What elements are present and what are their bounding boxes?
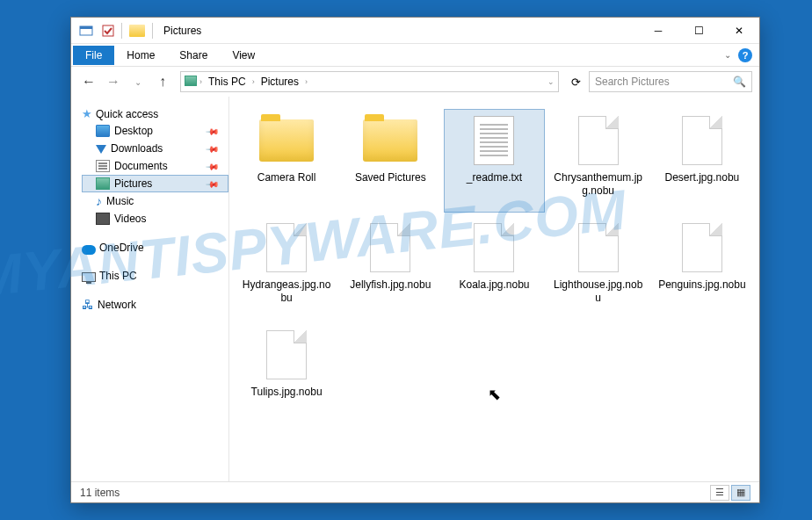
ribbon-expand-icon[interactable]: ⌄ xyxy=(724,50,731,60)
quick-access-toolbar xyxy=(76,21,118,40)
tab-view[interactable]: View xyxy=(220,46,267,65)
file-readme[interactable]: _readme.txt xyxy=(444,109,544,213)
item-label: Desert.jpg.nobu xyxy=(665,171,740,184)
pictures-icon xyxy=(96,177,110,190)
address-folder-icon xyxy=(185,76,197,89)
file-penguins[interactable]: Penguins.jpg.nobu xyxy=(652,216,752,320)
window-title: Pictures xyxy=(163,25,201,37)
explorer-window: Pictures ─ ☐ ✕ File Home Share View ⌄ ? … xyxy=(70,17,760,503)
blank-file-icon xyxy=(266,330,307,379)
blank-file-icon xyxy=(682,116,722,165)
item-label: Chrysanthemum.jpg.nobu xyxy=(552,171,645,198)
folder-saved-pictures[interactable]: Saved Pictures xyxy=(340,109,440,213)
window-controls: ─ ☐ ✕ xyxy=(638,18,759,43)
sidebar-label: Pictures xyxy=(114,177,152,190)
file-koala[interactable]: Koala.jpg.nobu xyxy=(444,216,544,320)
status-bar: 11 items ☰ ▦ xyxy=(71,481,759,502)
view-icons-button[interactable]: ▦ xyxy=(731,485,750,501)
sidebar-thispc[interactable]: This PC xyxy=(82,268,228,284)
search-icon: 🔍 xyxy=(733,76,746,88)
network-icon: 🖧 xyxy=(82,298,94,312)
sidebar-item-music[interactable]: ♪Music xyxy=(82,192,228,210)
search-input[interactable]: Search Pictures 🔍 xyxy=(589,71,752,92)
sidebar-item-pictures[interactable]: Pictures📌 xyxy=(82,175,228,192)
text-file-icon xyxy=(474,116,514,165)
blank-file-icon xyxy=(266,223,307,272)
item-label: Penguins.jpg.nobu xyxy=(658,278,745,292)
blank-file-icon xyxy=(578,223,619,272)
blank-file-icon xyxy=(578,116,619,165)
nav-up-button[interactable]: ↑ xyxy=(152,71,173,92)
blank-file-icon xyxy=(682,223,722,272)
file-hydrangeas[interactable]: Hydrangeas.jpg.nobu xyxy=(236,216,337,320)
view-details-button[interactable]: ☰ xyxy=(710,485,729,501)
file-lighthouse[interactable]: Lighthouse.jpg.nobu xyxy=(548,216,649,320)
nav-recent-dropdown[interactable]: ⌄ xyxy=(127,71,149,92)
file-tulips[interactable]: Tulips.jpg.nobu xyxy=(236,323,337,427)
onedrive-icon xyxy=(82,245,96,255)
svg-rect-2 xyxy=(103,25,113,36)
file-chrysanthemum[interactable]: Chrysanthemum.jpg.nobu xyxy=(548,109,649,213)
pin-icon: 📌 xyxy=(206,141,220,155)
address-sep-icon[interactable]: › xyxy=(305,77,308,86)
sidebar-item-downloads[interactable]: Downloads📌 xyxy=(82,140,228,157)
document-icon xyxy=(96,160,110,172)
sidebar-label: Network xyxy=(98,299,136,311)
sidebar-quick-access[interactable]: ★Quick access xyxy=(82,105,228,122)
sidebar-network[interactable]: 🖧Network xyxy=(82,296,228,314)
qat-properties-icon[interactable] xyxy=(76,21,96,40)
address-bar[interactable]: › This PC › Pictures › ⌄ xyxy=(180,71,559,92)
titlebar-divider2 xyxy=(152,23,153,39)
sidebar-item-videos[interactable]: Videos xyxy=(82,210,228,228)
file-list[interactable]: Camera Roll Saved Pictures _readme.txt C… xyxy=(229,97,759,481)
folder-icon xyxy=(259,119,314,162)
item-label: Jellyfish.jpg.nobu xyxy=(350,278,431,292)
title-bar: Pictures ─ ☐ ✕ xyxy=(71,18,759,44)
close-button[interactable]: ✕ xyxy=(719,18,759,43)
sidebar-label: Videos xyxy=(114,213,146,225)
file-jellyfish[interactable]: Jellyfish.jpg.nobu xyxy=(340,216,440,320)
blank-file-icon xyxy=(474,223,514,272)
sidebar-item-documents[interactable]: Documents📌 xyxy=(82,157,228,175)
sidebar-item-desktop[interactable]: Desktop📌 xyxy=(82,122,228,140)
navigation-pane: ★Quick access Desktop📌 Downloads📌 Docume… xyxy=(71,97,229,481)
minimize-button[interactable]: ─ xyxy=(638,18,678,43)
tab-share[interactable]: Share xyxy=(167,46,220,65)
video-icon xyxy=(96,213,110,225)
address-sep-icon[interactable]: › xyxy=(252,77,255,86)
pin-icon: 📌 xyxy=(206,159,220,173)
folder-camera-roll[interactable]: Camera Roll xyxy=(236,109,337,213)
item-label: Saved Pictures xyxy=(355,171,426,184)
pin-icon: 📌 xyxy=(206,177,220,191)
sidebar-onedrive[interactable]: OneDrive xyxy=(82,240,228,256)
nav-back-button[interactable]: ← xyxy=(78,71,99,92)
maximize-button[interactable]: ☐ xyxy=(678,18,719,43)
tab-home[interactable]: Home xyxy=(114,46,167,65)
item-label: _readme.txt xyxy=(467,171,522,184)
address-seg-pictures[interactable]: Pictures xyxy=(257,75,302,89)
qat-checkbox-icon[interactable] xyxy=(98,21,118,40)
desktop-icon xyxy=(96,125,110,137)
sidebar-label: Documents xyxy=(114,160,168,172)
address-sep-icon[interactable]: › xyxy=(199,77,202,86)
ribbon-tabs: File Home Share View ⌄ ? xyxy=(71,44,759,67)
titlebar-divider xyxy=(121,23,122,39)
address-seg-thispc[interactable]: This PC xyxy=(205,75,250,89)
item-label: Camera Roll xyxy=(257,171,316,184)
sidebar-label: This PC xyxy=(99,270,137,282)
star-icon: ★ xyxy=(82,107,92,120)
pc-icon xyxy=(82,272,96,282)
status-item-count: 11 items xyxy=(80,487,120,499)
navigation-row: ← → ⌄ ↑ › This PC › Pictures › ⌄ ⟳ Searc… xyxy=(71,67,759,97)
download-icon xyxy=(96,145,106,154)
sidebar-label: Music xyxy=(106,195,134,207)
file-desert[interactable]: Desert.jpg.nobu xyxy=(652,109,752,213)
address-dropdown-icon[interactable]: ⌄ xyxy=(547,77,555,86)
help-icon[interactable]: ? xyxy=(738,48,752,62)
nav-forward-button[interactable]: → xyxy=(103,71,124,92)
refresh-button[interactable]: ⟳ xyxy=(566,72,585,91)
tab-file[interactable]: File xyxy=(73,46,114,65)
sidebar-label: Quick access xyxy=(96,108,158,120)
svg-rect-1 xyxy=(80,26,92,29)
search-placeholder: Search Pictures xyxy=(595,76,670,88)
